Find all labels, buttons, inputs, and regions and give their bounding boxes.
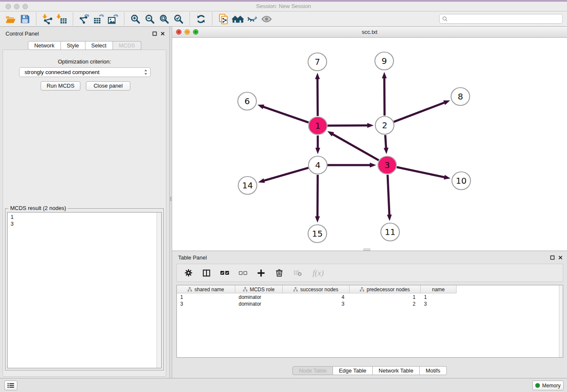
close-table-panel-icon[interactable] [557, 254, 563, 260]
graph-edge-2-8[interactable] [394, 100, 450, 122]
import-network-icon[interactable] [40, 12, 55, 26]
graph-node-10[interactable]: 10 [452, 172, 471, 190]
function-builder-icon[interactable]: f(x) [310, 268, 326, 279]
graph-node-8[interactable]: 8 [451, 88, 470, 105]
minimize-network-button[interactable] [184, 29, 190, 35]
tab-node-table[interactable]: Node Table [292, 366, 333, 375]
table-row[interactable]: 3dominator323 [177, 301, 559, 307]
application-window: Session: New Session [0, 0, 567, 392]
graph-node-2[interactable]: 2 [375, 116, 394, 134]
graph-edge-3-1[interactable] [328, 131, 379, 160]
duplicate-network-icon[interactable] [216, 12, 231, 26]
graph-edge-4-3[interactable] [328, 163, 376, 167]
table-cell[interactable]: 3 [283, 301, 350, 307]
table-cell[interactable]: dominator [235, 294, 283, 301]
graph-node-14[interactable]: 14 [238, 177, 257, 194]
column-header-predecessor-nodes[interactable]: predecessor nodes [350, 285, 421, 293]
tab-edge-table[interactable]: Edge Table [333, 366, 373, 375]
graph-edge-1-6[interactable] [258, 105, 309, 122]
tab-network-table[interactable]: Network Table [373, 366, 420, 375]
apply-preferred-layout-icon[interactable] [194, 12, 208, 26]
hide-selection-icon[interactable] [245, 12, 259, 26]
delete-table-icon[interactable] [292, 268, 303, 279]
tab-select[interactable]: Select [85, 41, 113, 50]
graph-edge-3-11[interactable] [387, 175, 391, 221]
column-header-mcds-role[interactable]: MCDS role [235, 285, 283, 293]
graph-edge-2-3[interactable] [384, 135, 388, 154]
column-header-name[interactable]: name [421, 285, 457, 293]
run-mcds-button[interactable]: Run MCDS [41, 81, 80, 91]
column-header-shared-name[interactable]: shared name [177, 285, 235, 293]
graph-node-1[interactable]: 1 [308, 117, 327, 135]
graph-edge-4-15[interactable] [315, 175, 320, 223]
close-window-button[interactable] [6, 4, 11, 9]
tab-mcds[interactable]: MCDS [113, 41, 141, 50]
search-input[interactable] [449, 16, 560, 22]
graph-node-15[interactable]: 15 [308, 225, 327, 243]
result-scrollbar[interactable] [157, 213, 161, 368]
minimize-window-button[interactable] [14, 4, 19, 9]
graph-edge-4-14[interactable] [258, 168, 308, 183]
table-row[interactable]: 1dominator411 [177, 294, 559, 301]
graph-edge-1-4[interactable] [315, 135, 320, 154]
add-row-icon[interactable] [256, 268, 267, 279]
graph-node-6[interactable]: 6 [238, 92, 256, 110]
close-panel-button[interactable]: Close panel [86, 81, 130, 91]
select-all-icon[interactable] [219, 268, 230, 279]
panel-splitter[interactable] [169, 27, 172, 378]
graph-edge-2-9[interactable] [382, 72, 387, 116]
graph-edge-1-7[interactable] [315, 73, 320, 116]
splitter-handle[interactable] [170, 197, 171, 201]
table-cell[interactable]: 4 [283, 294, 350, 301]
task-history-button[interactable] [4, 381, 17, 390]
export-image-icon[interactable] [106, 12, 120, 26]
import-table-icon[interactable] [55, 12, 69, 26]
save-session-icon[interactable] [18, 12, 32, 26]
tab-motifs[interactable]: Motifs [420, 366, 447, 375]
mcds-result-text[interactable]: 13 [7, 212, 162, 368]
deselect-all-icon[interactable] [237, 268, 248, 279]
export-table-icon[interactable] [91, 12, 106, 26]
maximize-window-button[interactable] [22, 4, 28, 9]
close-network-button[interactable] [176, 29, 182, 35]
table-scrollbar[interactable] [559, 285, 563, 357]
table-cell[interactable]: 3 [177, 301, 235, 307]
graph-edge-1-2[interactable] [328, 123, 374, 128]
export-network-icon[interactable] [77, 12, 91, 26]
table-cell[interactable]: 2 [350, 301, 421, 307]
graph-node-4[interactable]: 4 [308, 156, 327, 174]
table-cell[interactable]: 1 [350, 294, 421, 301]
delete-row-icon[interactable] [274, 268, 285, 279]
show-all-icon[interactable] [259, 12, 274, 26]
zoom-out-icon[interactable] [143, 12, 157, 26]
graph-edge-3-10[interactable] [397, 167, 451, 179]
control-panel-title: Control Panel [6, 30, 39, 37]
tab-style[interactable]: Style [61, 41, 85, 50]
network-canvas[interactable]: 7968124314101511 [172, 38, 567, 251]
attribute-settings-gear-icon[interactable] [183, 268, 194, 279]
table-cell[interactable]: 1 [177, 294, 235, 301]
show-column-icon[interactable] [201, 268, 212, 279]
graph-node-11[interactable]: 11 [381, 223, 399, 241]
zoom-in-icon[interactable] [128, 12, 143, 26]
show-first-neighbors-icon[interactable] [231, 12, 245, 26]
table-cell[interactable]: 1 [421, 294, 457, 301]
graph-node-9[interactable]: 9 [375, 52, 394, 70]
graph-node-7[interactable]: 7 [308, 53, 327, 71]
zoom-selected-icon[interactable] [171, 12, 186, 26]
graph-node-3[interactable]: 3 [378, 156, 396, 174]
search-box[interactable] [439, 14, 563, 24]
optimization-criterion-select[interactable]: strongly connected component [19, 67, 151, 77]
float-panel-icon[interactable] [151, 30, 157, 36]
float-table-panel-icon[interactable] [549, 254, 555, 260]
memory-button[interactable]: Memory [532, 381, 564, 390]
table-cell[interactable]: 3 [421, 301, 457, 307]
open-session-icon[interactable] [3, 12, 18, 26]
column-header-successor-nodes[interactable]: successor nodes [283, 285, 350, 293]
zoom-network-button[interactable] [193, 29, 198, 35]
node-label: 14 [242, 180, 253, 190]
tab-network[interactable]: Network [28, 41, 61, 50]
table-cell[interactable]: dominator [235, 301, 283, 307]
zoom-fit-icon[interactable] [157, 12, 171, 26]
close-panel-icon[interactable] [160, 30, 165, 36]
